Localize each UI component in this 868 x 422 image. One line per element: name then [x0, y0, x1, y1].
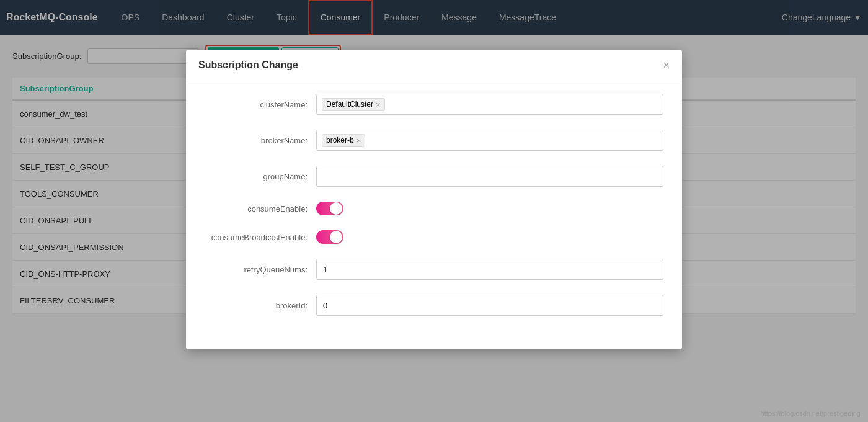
- modal-header: Subscription Change ×: [186, 50, 682, 81]
- cluster-name-tag: DefaultCluster ×: [322, 98, 385, 111]
- group-name-row: groupName:: [205, 166, 663, 187]
- consume-broadcast-enable-label: consumeBroadcastEnable:: [205, 233, 316, 242]
- consume-broadcast-knob: [330, 231, 342, 243]
- retry-queue-nums-label: retryQueueNums:: [205, 265, 316, 274]
- broker-name-input[interactable]: broker-b ×: [316, 130, 663, 151]
- broker-id-label: brokerId:: [205, 301, 316, 310]
- consume-broadcast-enable-toggle[interactable]: [316, 230, 343, 244]
- modal-title: Subscription Change: [198, 60, 298, 71]
- cluster-name-row: clusterName: DefaultCluster ×: [205, 94, 663, 115]
- broker-id-input[interactable]: [316, 295, 663, 316]
- broker-name-tag-remove[interactable]: ×: [356, 136, 361, 145]
- broker-name-label: brokerName:: [205, 136, 316, 145]
- consume-enable-knob: [330, 202, 342, 215]
- broker-name-row: brokerName: broker-b ×: [205, 130, 663, 151]
- modal-dialog: Subscription Change × clusterName: Defau…: [186, 50, 682, 326]
- consume-enable-toggle[interactable]: [316, 202, 343, 215]
- group-name-input[interactable]: [316, 166, 663, 187]
- retry-queue-nums-input[interactable]: [316, 259, 663, 280]
- broker-id-row: brokerId:: [205, 295, 663, 316]
- modal-close-button[interactable]: ×: [663, 60, 670, 71]
- cluster-name-tag-remove[interactable]: ×: [376, 100, 381, 109]
- consume-enable-row: consumeEnable:: [205, 202, 663, 215]
- retry-queue-nums-row: retryQueueNums:: [205, 259, 663, 280]
- group-name-label: groupName:: [205, 172, 316, 181]
- modal-body: clusterName: DefaultCluster × brokerName…: [186, 81, 682, 326]
- cluster-name-input[interactable]: DefaultCluster ×: [316, 94, 663, 115]
- modal-overlay: Subscription Change × clusterName: Defau…: [0, 0, 868, 326]
- cluster-name-label: clusterName:: [205, 100, 316, 109]
- broker-name-tag: broker-b ×: [322, 134, 365, 147]
- consume-broadcast-enable-row: consumeBroadcastEnable:: [205, 230, 663, 244]
- consume-enable-label: consumeEnable:: [205, 204, 316, 213]
